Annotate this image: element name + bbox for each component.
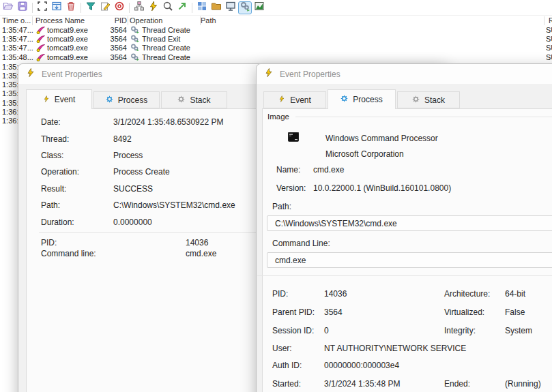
highlight-button[interactable]	[98, 1, 112, 14]
column-divider[interactable]	[544, 16, 544, 25]
field-value: Process Create	[113, 167, 170, 177]
tab-event[interactable]: Event	[26, 89, 92, 109]
toolbar-separator	[32, 3, 33, 13]
cmd-app-icon	[288, 132, 299, 145]
tab-event[interactable]: Event	[263, 91, 326, 108]
process-tab-page: Image Windows Command Processor Microsof…	[262, 108, 552, 392]
pencil-icon	[100, 1, 111, 14]
tab-label: Stack	[190, 95, 210, 105]
field-value: False	[505, 307, 525, 318]
gear-icon	[177, 95, 185, 105]
save-button[interactable]	[16, 1, 29, 14]
event-properties-button[interactable]	[147, 1, 160, 14]
autoscroll-icon	[51, 1, 62, 14]
tab-process[interactable]: Process	[93, 91, 160, 108]
field-label: Auth ID:	[272, 361, 302, 371]
field-label: Command Line:	[272, 239, 330, 248]
column-divider[interactable]	[200, 16, 201, 25]
toolbar-separator	[81, 3, 81, 13]
field-value: NT AUTHORITY\NETWORK SERVICE	[324, 344, 466, 354]
registry-icon	[197, 1, 207, 14]
cell-process: tomcat9.exe	[47, 26, 88, 35]
cell-result: SU	[546, 26, 552, 35]
field-value: 3564	[324, 307, 343, 318]
cell-time: 1:35:	[2, 72, 18, 80]
cell-pid: 3564	[102, 44, 127, 52]
show-profiling-button[interactable]	[252, 1, 266, 14]
folder-icon	[211, 1, 222, 14]
cell-time: 1:35:47...	[2, 35, 33, 44]
detail-row: Auth ID:00000000:000003e4	[272, 361, 552, 371]
autoscroll-button[interactable]	[50, 1, 63, 14]
field-value: 64-bit	[505, 289, 525, 299]
cell-result: SU	[546, 35, 552, 44]
show-network-button[interactable]	[224, 1, 237, 14]
bolt-icon	[43, 95, 50, 105]
process-tree-button[interactable]	[132, 1, 146, 14]
capture-button[interactable]	[35, 1, 49, 14]
cell-time: 1:35:48...	[2, 53, 33, 62]
table-row[interactable]: 1:35:47... tomcat9.exe 3564 Thread Creat…	[0, 44, 552, 52]
field-label: Path:	[41, 200, 113, 210]
tomcat-icon	[36, 44, 45, 54]
column-header-time[interactable]: Time o...	[2, 16, 31, 25]
field-label: Path:	[272, 202, 291, 211]
field-label: Result:	[41, 184, 113, 194]
clear-button[interactable]	[64, 1, 78, 14]
tab-label: Event	[55, 95, 76, 104]
cell-pid: 3564	[102, 35, 127, 44]
operation-gears-icon	[130, 53, 139, 63]
field-value: 8492	[113, 134, 132, 144]
table-row[interactable]: 1:35:47... tomcat9.exe 3564 Thread Exit …	[0, 35, 552, 44]
filter-button[interactable]	[84, 1, 98, 14]
tab-process[interactable]: Process	[328, 89, 396, 109]
tab-label: Process	[353, 95, 382, 104]
dialog-titlebar[interactable]: Event Properties	[257, 64, 552, 84]
monitor-icon	[225, 1, 236, 14]
folder-open-icon	[3, 1, 14, 14]
image-description: Windows Command Processor	[325, 134, 438, 143]
field-value: 14036	[324, 289, 347, 299]
column-header-operation[interactable]: Operation	[130, 16, 162, 25]
detail-row: Started:3/1/2024 1:35:48 PM Ended:(Runni…	[272, 379, 552, 389]
field-value: Process	[113, 151, 143, 160]
show-process-thread-button[interactable]	[238, 1, 252, 14]
path-input[interactable]: C:\Windows\SYSTEM32\cmd.exe	[267, 215, 552, 231]
field-value: 3/1/2024 1:35:48.6530922 PM	[113, 117, 223, 127]
show-filesystem-button[interactable]	[209, 1, 223, 14]
field-label: Version:	[276, 183, 306, 193]
tab-label: Stack	[424, 95, 445, 105]
cell-pid: 3564	[102, 53, 127, 62]
show-registry-button[interactable]	[195, 1, 209, 14]
jump-arrow-icon	[177, 1, 188, 14]
command-line-input[interactable]: cmd.exe	[267, 252, 552, 268]
tab-stack[interactable]: Stack	[397, 91, 460, 108]
open-file-button[interactable]	[1, 1, 15, 14]
find-button[interactable]	[161, 1, 175, 14]
tab-strip: Event Process Stack	[26, 89, 227, 108]
cell-time: 1:35:47...	[2, 44, 33, 52]
column-header-result[interactable]: R	[549, 16, 552, 25]
section-divider	[257, 275, 552, 276]
field-label: Virtualized:	[444, 307, 484, 318]
column-divider[interactable]	[32, 16, 33, 25]
column-header-process[interactable]: Process Name	[35, 16, 85, 25]
field-value: 3/1/2024 1:35:48 PM	[324, 379, 400, 389]
cell-time: 1:35:	[2, 99, 18, 108]
field-label: Duration:	[41, 217, 113, 227]
cell-time: 1:35:47...	[2, 26, 33, 35]
field-label: Architecture:	[444, 289, 490, 299]
column-divider[interactable]	[128, 16, 128, 25]
tab-label: Process	[118, 95, 147, 105]
jump-to-button[interactable]	[175, 1, 189, 14]
tab-stack[interactable]: Stack	[161, 91, 227, 108]
detail-row: Parent PID:3564 Virtualized:False	[272, 307, 552, 318]
include-process-button[interactable]	[113, 1, 126, 14]
column-header-pid[interactable]: PID	[102, 16, 127, 25]
command-line-input-value: cmd.exe	[275, 256, 306, 265]
detail-row: Session ID:0 Integrity:System	[272, 326, 552, 336]
field-value: cmd.exe	[313, 165, 344, 175]
table-row[interactable]: 1:35:48... tomcat9.exe 3564 Thread Creat…	[0, 53, 552, 62]
table-row[interactable]: 1:35:47... tomcat9.exe 3564 Thread Creat…	[0, 26, 552, 35]
column-header-path[interactable]: Path	[201, 16, 216, 25]
